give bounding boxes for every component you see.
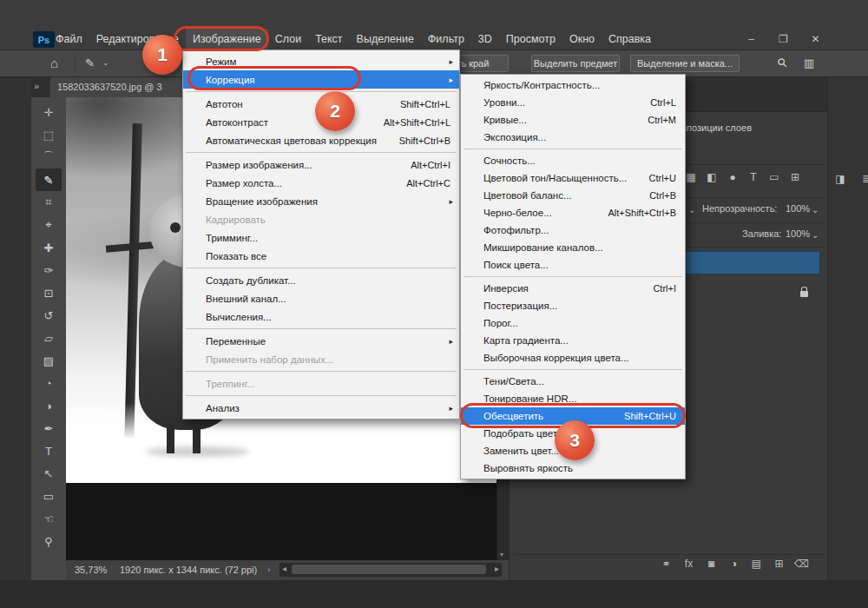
menu-item-equalize[interactable]: Выровнять яркость — [461, 459, 685, 477]
menu-item-auto-color[interactable]: Автоматическая цветовая коррекция Shift+… — [183, 131, 459, 149]
crop-tool[interactable]: ⌗ — [36, 191, 62, 214]
menu-item-reveal-all[interactable]: Показать все — [183, 247, 459, 265]
healing-brush-tool[interactable]: ✚ — [36, 236, 62, 259]
filter-shape-layers-icon[interactable]: ▭ — [766, 171, 782, 183]
menu-item-black-white[interactable]: Черно-белое... Alt+Shift+Ctrl+B — [461, 204, 685, 221]
menubar-item-layers[interactable]: Слои — [268, 29, 308, 50]
menu-item-threshold[interactable]: Порог... — [461, 314, 685, 332]
menu-item[interactable] — [183, 368, 459, 374]
lasso-tool[interactable]: ⌒ — [36, 146, 62, 169]
dodge-tool[interactable]: ◑ — [36, 394, 62, 417]
type-tool[interactable]: T — [36, 439, 62, 462]
menu-item-calculations[interactable]: Вычисления... — [183, 307, 459, 326]
lock-icon[interactable] — [799, 287, 810, 297]
panel-menu-icon[interactable]: ≣ — [858, 173, 868, 185]
menu-item[interactable] — [183, 265, 459, 271]
eraser-tool[interactable]: ▱ — [36, 327, 62, 349]
menu-item-selective-color[interactable]: Выборочная коррекция цвета... — [461, 349, 685, 367]
menu-item[interactable] — [461, 146, 685, 152]
status-chevron-icon[interactable]: › — [267, 564, 271, 574]
menu-item-trap[interactable]: Треппинг... — [183, 374, 459, 393]
menu-item[interactable] — [183, 393, 459, 399]
layer-style-icon[interactable]: fx — [681, 558, 696, 570]
menubar-item-view[interactable]: Просмотр — [499, 29, 562, 50]
menu-item-vibrance[interactable]: Сочность... — [461, 152, 685, 169]
menu-item-color-lookup[interactable]: Поиск цвета... — [461, 256, 685, 274]
menu-item-canvas-size[interactable]: Размер холста... Alt+Ctrl+C — [183, 174, 459, 192]
opacity-value[interactable]: 100% — [786, 203, 810, 214]
menu-item-crop[interactable]: Кадрировать — [183, 210, 459, 228]
new-group-icon[interactable]: ▤ — [749, 558, 764, 570]
menu-item-gradient-map[interactable]: Карта градиента... — [461, 332, 685, 349]
link-layers-icon[interactable]: ⚭ — [659, 558, 674, 570]
collapsed-panel-icon[interactable]: ◨ — [832, 173, 848, 185]
home-icon[interactable]: ⌂ — [50, 56, 58, 70]
minimize-button[interactable]: – — [735, 28, 767, 50]
menu-item-apply-data-set[interactable]: Применить набор данных... — [183, 350, 459, 368]
menubar-item-window[interactable]: Окно — [562, 29, 602, 50]
clone-stamp-tool[interactable]: ⊡ — [36, 281, 62, 304]
menu-item-apply-image[interactable]: Внешний канал... — [183, 289, 459, 307]
adjustment-layer-icon[interactable]: ◑ — [727, 558, 741, 570]
horizontal-scrollbar[interactable] — [279, 563, 502, 577]
brush-tool[interactable]: ✑ — [36, 259, 62, 281]
tool-preset-chevron-icon[interactable]: ⌄ — [102, 58, 109, 67]
menu-item-exposure[interactable]: Экспозиция... — [461, 129, 685, 146]
path-selection-tool[interactable]: ↖ — [36, 462, 62, 485]
zoom-level-field[interactable]: 35,73% — [75, 565, 107, 575]
shape-tool[interactable]: ▭ — [36, 485, 62, 507]
menu-item-variables[interactable]: Переменные — [183, 332, 459, 350]
quick-selection-tool[interactable]: ✎ — [36, 169, 62, 191]
menu-item[interactable] — [183, 326, 459, 332]
menu-item-shadows-highlights[interactable]: Тени/Света... — [461, 373, 685, 390]
search-icon[interactable]: ⚲ — [774, 55, 791, 71]
menu-item-channel-mixer[interactable]: Микширование каналов... — [461, 239, 685, 256]
filter-smart-objects-icon[interactable]: ⊞ — [787, 171, 803, 183]
fill-chevron-icon[interactable]: ⌄ — [812, 230, 819, 240]
menu-item-brightness-contrast[interactable]: Яркость/Контрастность... — [461, 76, 685, 94]
menu-item-trim[interactable]: Тримминг... — [183, 228, 459, 247]
menu-item-image-rotation[interactable]: Вращение изображения — [183, 192, 459, 210]
filter-adjustment-layers-icon[interactable]: ◧ — [704, 171, 720, 183]
menu-item-levels[interactable]: Уровни... Ctrl+L — [461, 94, 685, 111]
menu-item-invert[interactable]: Инверсия Ctrl+I — [461, 280, 685, 297]
collapse-tools-icon[interactable]: » — [34, 81, 38, 91]
scroll-right-arrow-icon[interactable] — [495, 564, 499, 573]
menu-item-curves[interactable]: Кривые... Ctrl+M — [461, 111, 685, 129]
filter-type-layers-icon[interactable]: T — [746, 171, 761, 183]
workspace-icon[interactable]: ▥ — [804, 56, 814, 69]
menu-item-image-size[interactable]: Размер изображения... Alt+Ctrl+I — [183, 155, 459, 174]
select-subject-button[interactable]: Выделить предмет — [531, 55, 620, 72]
zoom-tool[interactable]: ⚲ — [36, 530, 62, 552]
opacity-chevron-icon[interactable]: ⌄ — [812, 205, 819, 215]
select-and-mask-button[interactable]: Выделение и маска... — [630, 55, 740, 72]
scroll-down-arrow-icon[interactable]: ▾ — [500, 551, 503, 558]
new-layer-icon[interactable]: ⊞ — [772, 558, 786, 570]
menubar-item-3d[interactable]: 3D — [471, 29, 499, 50]
menubar-item-help[interactable]: Справка — [602, 29, 658, 50]
menubar-item-filter[interactable]: Фильтр — [421, 29, 471, 50]
blend-mode-chevron-icon[interactable]: ⌄ — [688, 205, 695, 215]
menu-item-color-balance[interactable]: Цветовой баланс... Ctrl+B — [461, 187, 685, 204]
gradient-tool[interactable]: ▨ — [36, 349, 62, 372]
hand-tool[interactable]: ☜ — [36, 507, 62, 530]
move-tool[interactable]: ✛ — [36, 101, 62, 123]
menu-item-hue-saturation[interactable]: Цветовой тон/Насыщенность... Ctrl+U — [461, 169, 685, 187]
scroll-left-arrow-icon[interactable] — [282, 564, 286, 573]
menu-item-duplicate[interactable]: Создать дубликат... — [183, 271, 459, 289]
pen-tool[interactable]: ✒ — [36, 417, 62, 439]
menubar-item-select[interactable]: Выделение — [350, 29, 421, 50]
delete-layer-icon[interactable]: ⌫ — [794, 558, 809, 570]
layer-mask-icon[interactable]: ◙ — [704, 558, 719, 570]
fill-value[interactable]: 100% — [786, 228, 810, 239]
maximize-button[interactable]: ❐ — [767, 28, 799, 50]
filter-fill-layers-icon[interactable]: ● — [725, 171, 740, 183]
history-brush-tool[interactable]: ↺ — [36, 304, 62, 327]
blur-tool[interactable]: ◔ — [36, 372, 62, 394]
eyedropper-tool[interactable]: ⌖ — [36, 214, 62, 236]
horizontal-scrollbar-thumb[interactable] — [292, 565, 486, 574]
marquee-tool[interactable]: ⬚ — [36, 123, 62, 146]
tool-preset-icon[interactable]: ✎ — [85, 56, 95, 69]
menu-item-posterize[interactable]: Постеризация... — [461, 297, 685, 314]
close-button[interactable]: ✕ — [799, 28, 832, 50]
